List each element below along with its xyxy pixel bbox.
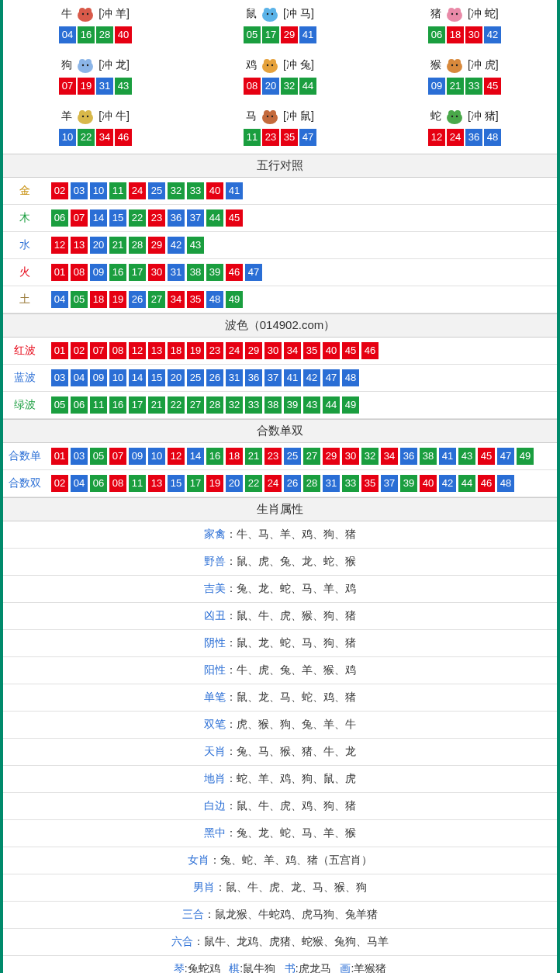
- attr-value: 蛇、羊、鸡、狗、鼠、虎: [237, 772, 356, 784]
- footer-group-value: 羊猴猪: [354, 962, 386, 973]
- svg-point-38: [267, 116, 268, 117]
- footer-group-label: 画: [340, 962, 351, 973]
- number-ball: 42: [168, 237, 185, 254]
- zodiac-cell: 猪 [冲 蛇] 06183042: [372, 0, 557, 51]
- number-ball: 11: [109, 182, 126, 199]
- attr-label: 黑中: [204, 826, 226, 839]
- svg-point-33: [82, 116, 84, 117]
- svg-point-17: [85, 59, 92, 65]
- number-ball: 33: [342, 475, 359, 492]
- attr-row: 黑中：兔、龙、蛇、马、羊、猴: [3, 820, 557, 847]
- row-balls: 04051819262734354849: [47, 286, 557, 313]
- number-ball: 36: [400, 448, 417, 465]
- number-ball: 33: [245, 396, 262, 414]
- zodiac-title: 狗 [冲 龙]: [3, 56, 188, 74]
- row-label: 土: [3, 286, 47, 313]
- number-ball: 30: [465, 26, 482, 43]
- number-ball: 08: [109, 475, 126, 492]
- number-ball: 06: [90, 475, 107, 492]
- number-ball: 23: [148, 209, 165, 227]
- number-ball: 45: [342, 342, 359, 359]
- number-ball: 19: [206, 475, 223, 492]
- attr-value: 鼠、牛、虎、鸡、狗、猪: [237, 799, 356, 812]
- number-ball: 06: [428, 26, 445, 43]
- attr-value: 鼠、龙、蛇、马、狗、猪: [237, 636, 356, 649]
- number-ball: 27: [148, 291, 165, 308]
- number-ball: 39: [284, 396, 301, 414]
- attr-row: 男肖：鼠、牛、虎、龙、马、猴、狗: [3, 874, 557, 902]
- attr-value: 兔、蛇、羊、鸡、猪（五宫肖）: [220, 854, 372, 866]
- attr-label: 阴性: [204, 636, 226, 649]
- footer-group-value: 虎龙马: [299, 962, 331, 973]
- attr-row: 阳性：牛、虎、兔、羊、猴、鸡: [3, 657, 557, 684]
- svg-point-44: [456, 116, 458, 117]
- number-ball: 11: [90, 396, 107, 414]
- horse-icon: [258, 107, 282, 126]
- number-ball: 37: [381, 475, 398, 492]
- row-balls: 0108091617303138394647: [47, 259, 557, 286]
- number-ball: 19: [109, 291, 126, 308]
- number-ball: 04: [71, 369, 88, 386]
- table-row: 红波 0102070812131819232429303435404546: [3, 338, 557, 365]
- number-ball: 07: [90, 342, 107, 359]
- row-label: 水: [3, 232, 47, 259]
- svg-point-19: [87, 64, 88, 66]
- pig-icon: [443, 5, 466, 23]
- attr-label: 三合: [182, 908, 204, 920]
- attr-label: 地肖: [204, 772, 226, 784]
- number-ball: 40: [206, 182, 223, 199]
- number-ball: 49: [342, 396, 359, 414]
- zodiac-name: 羊: [61, 109, 72, 123]
- svg-point-24: [271, 64, 273, 66]
- number-ball: 03: [51, 369, 68, 386]
- number-ball: 07: [59, 78, 76, 95]
- zodiac-balls: 06183042: [372, 26, 557, 43]
- number-ball: 46: [115, 129, 132, 146]
- number-ball: 43: [187, 237, 204, 254]
- number-ball: 42: [484, 26, 501, 43]
- number-ball: 23: [262, 129, 279, 146]
- svg-point-4: [87, 13, 88, 15]
- number-ball: 28: [206, 396, 223, 414]
- number-ball: 30: [264, 342, 282, 359]
- number-ball: 41: [284, 369, 301, 386]
- number-ball: 41: [439, 448, 456, 465]
- attr-value: 牛、马、羊、鸡、狗、猪: [237, 528, 356, 540]
- number-ball: 49: [226, 291, 243, 308]
- number-ball: 02: [51, 182, 68, 199]
- attr-label: 野兽: [204, 555, 226, 567]
- zodiac-balls: 10223446: [3, 129, 188, 146]
- number-ball: 21: [447, 78, 464, 95]
- section-bose-header: 波色（014902.com）: [3, 313, 557, 338]
- attr-value: 兔、龙、蛇、马、羊、鸡: [237, 582, 356, 594]
- number-ball: 24: [129, 182, 146, 199]
- number-ball: 14: [90, 209, 107, 227]
- zodiac-conflict: [冲 兔]: [283, 58, 314, 72]
- number-ball: 24: [447, 129, 464, 146]
- attr-row: 天肖：兔、马、猴、猪、牛、龙: [3, 739, 557, 766]
- zodiac-balls: 12243648: [372, 129, 557, 146]
- bose-table: 红波 0102070812131819232429303435404546 蓝波…: [3, 338, 557, 419]
- number-ball: 11: [129, 475, 146, 492]
- section-attrs-header: 生肖属性: [3, 497, 557, 521]
- zodiac-name: 鼠: [246, 7, 257, 21]
- number-ball: 01: [51, 342, 68, 359]
- number-ball: 36: [168, 209, 185, 227]
- number-ball: 05: [90, 448, 107, 465]
- number-ball: 45: [478, 448, 495, 465]
- attr-label: 家禽: [204, 528, 226, 540]
- svg-point-23: [267, 64, 268, 66]
- number-ball: 05: [71, 291, 88, 308]
- svg-point-7: [270, 8, 276, 14]
- number-ball: 28: [129, 237, 146, 254]
- zodiac-balls: 11233547: [188, 129, 372, 146]
- zodiac-conflict: [冲 虎]: [468, 58, 499, 72]
- footer-group-label: 书: [285, 962, 296, 973]
- number-ball: 29: [323, 448, 340, 465]
- number-ball: 28: [96, 26, 113, 43]
- number-ball: 01: [51, 264, 68, 281]
- table-row: 金 02031011242532334041: [3, 178, 557, 205]
- attr-value: 兔、马、猴、猪、牛、龙: [237, 745, 356, 757]
- page-wrap: 牛 [冲 羊] 04162840 鼠 [冲 马] 05172941 猪 [冲 蛇…: [0, 0, 560, 973]
- zodiac-conflict: [冲 猪]: [468, 109, 499, 123]
